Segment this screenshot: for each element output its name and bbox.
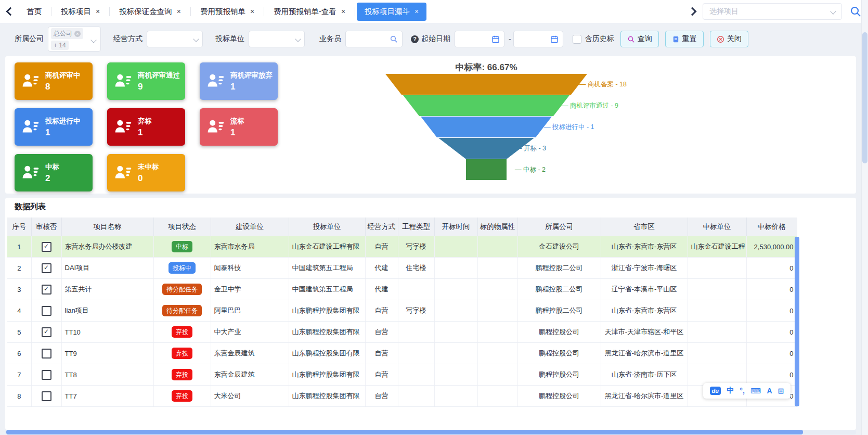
col-header-序号[interactable]: 序号 [7, 218, 31, 236]
row-checkbox[interactable] [42, 370, 51, 380]
card-label: 弃标 [138, 117, 152, 126]
stat-card-商机评审中[interactable]: 商机评审中8 [15, 62, 93, 100]
cell-name: TT9 [61, 343, 153, 364]
bid-unit-select[interactable] [249, 31, 305, 47]
tab-close-icon[interactable]: × [96, 8, 100, 15]
cell-open_time [434, 279, 477, 300]
ime-menu-grid-icon[interactable]: ⊞ [778, 387, 784, 395]
page-scrollbar-track[interactable] [861, 0, 868, 435]
start-date-input[interactable] [455, 31, 504, 47]
table-row[interactable]: 1✓东营水务局办公楼改建中标东营市水务局山东金石建设工程有限自营写字楼金石建设公… [7, 236, 797, 258]
chevron-down-icon [295, 36, 301, 42]
col-header-审核否[interactable]: 审核否 [31, 218, 61, 236]
cell-mode: 自营 [365, 386, 398, 407]
stat-card-弃标[interactable]: 弃标1 [107, 108, 185, 146]
cell-open_time [434, 386, 477, 407]
reset-button[interactable]: 重置 [665, 31, 704, 47]
table-row[interactable]: 3✓第五共计待分配任务金卫中学中国建筑第五工程局代建鹏程控股二公司辽宁省-本溪市… [7, 279, 797, 300]
mode-select[interactable] [147, 31, 203, 47]
font-style-icon[interactable]: A [767, 387, 772, 395]
card-value: 1 [45, 127, 81, 138]
tab-separator [51, 7, 51, 16]
table-row[interactable]: 4lian项目待分配任务阿里巴巴山东鹏程控股集团有限自营写字楼鹏程控股二公司山东… [7, 300, 797, 322]
status-badge: 弃投 [172, 326, 192, 338]
cell-builder: 东营金辰建筑 [211, 343, 289, 364]
tab-费用预报销单-查看[interactable]: 费用预报销单-查看× [266, 3, 353, 21]
col-header-标的物属性[interactable]: 标的物属性 [477, 218, 517, 236]
tab-投标保证金查询[interactable]: 投标保证金查询× [111, 3, 189, 21]
cell-price: 0 [746, 322, 797, 343]
table-row[interactable]: 6TT9弃投东营金辰建筑山东鹏程控股集团有限自营鹏程控股公司黑龙江省-哈尔滨市-… [7, 343, 797, 364]
row-checkbox[interactable]: ✓ [42, 285, 51, 295]
col-header-投标单位[interactable]: 投标单位 [289, 218, 365, 236]
status-badge: 待分配任务 [162, 305, 202, 316]
cell-company: 鹏程控股二公司 [517, 300, 601, 322]
tab-投标项目[interactable]: 投标项目× [53, 3, 108, 21]
row-checkbox[interactable]: ✓ [42, 263, 51, 273]
search-icon [390, 35, 398, 43]
horizontal-scrollbar-track[interactable] [5, 430, 856, 434]
col-header-中标价格[interactable]: 中标价格 [746, 218, 797, 236]
stat-card-商机评审通过[interactable]: 商机评审通过9 [107, 62, 185, 100]
col-header-开标时间[interactable]: 开标时间 [434, 218, 477, 236]
col-header-项目名称[interactable]: 项目名称 [61, 218, 153, 236]
company-select[interactable]: 总公司× + 14 [48, 27, 101, 52]
cell-win_unit [688, 258, 746, 279]
table-row[interactable]: 5✓TT10弃投中大产业山东鹏程控股集团有限自营鹏程控股公司天津市-天津市辖区-… [7, 322, 797, 343]
col-header-中标单位[interactable]: 中标单位 [688, 218, 746, 236]
tab-投标项目漏斗[interactable]: 投标项目漏斗× [357, 3, 426, 21]
cell-win_unit: 山东金石建设工程 [688, 236, 746, 258]
col-header-经营方式[interactable]: 经营方式 [365, 218, 398, 236]
stat-card-投标进行中[interactable]: 投标进行中1 [15, 108, 93, 146]
scroll-tabs-right-icon[interactable] [688, 7, 697, 16]
baidu-ime-logo[interactable]: du [710, 387, 721, 395]
table-row[interactable]: 2✓DAI项目投标中闻泰科技中国建筑第五工程局代建住宅楼鹏程控股二公司浙江省-宁… [7, 258, 797, 279]
col-header-所属公司[interactable]: 所属公司 [517, 218, 601, 236]
close-button[interactable]: 关闭 [710, 31, 748, 47]
help-icon[interactable]: ? [411, 35, 419, 43]
col-header-项目状态[interactable]: 项目状态 [153, 218, 211, 236]
tab-close-icon[interactable]: × [250, 8, 254, 15]
scroll-tabs-left-icon[interactable] [6, 7, 15, 16]
row-checkbox[interactable]: ✓ [42, 242, 51, 252]
col-header-省市区[interactable]: 省市区 [601, 218, 688, 236]
company-tags: 总公司× + 14 [51, 28, 83, 50]
stat-card-商机评审放弃[interactable]: 商机评审放弃1 [200, 62, 278, 100]
col-header-建设单位[interactable]: 建设单位 [211, 218, 289, 236]
chinese-input-mode-icon[interactable]: 中 [727, 386, 734, 395]
project-select[interactable]: 选择项目 [703, 3, 842, 20]
row-checkbox[interactable] [42, 306, 51, 316]
table-vertical-scrollbar[interactable] [795, 237, 799, 406]
search-icon [627, 35, 635, 43]
stat-card-未中标[interactable]: 未中标0 [107, 154, 185, 191]
row-checkbox[interactable]: ✓ [42, 327, 51, 337]
tab-费用预报销单[interactable]: 费用预报销单× [192, 3, 262, 21]
tab-close-icon[interactable]: × [341, 8, 345, 15]
horizontal-scrollbar-thumb[interactable] [6, 430, 803, 434]
punctuation-mode-icon[interactable]: °, [740, 387, 745, 395]
tab-首页[interactable]: 首页 [19, 3, 49, 21]
company-more-tag[interactable]: + 14 [51, 41, 69, 50]
tab-close-icon[interactable]: × [177, 8, 181, 15]
stat-card-中标[interactable]: 中标2 [15, 154, 93, 191]
end-date-input[interactable] [513, 31, 563, 47]
remove-tag-icon[interactable]: × [74, 31, 81, 37]
cell-name: DAI项目 [61, 258, 153, 279]
page-scrollbar-thumb[interactable] [862, 32, 867, 163]
stat-card-流标[interactable]: 流标1 [200, 108, 278, 146]
cell-builder: 中大产业 [211, 322, 289, 343]
cell-open_time [434, 258, 477, 279]
tab-close-icon[interactable]: × [414, 8, 419, 15]
search-button[interactable]: 查询 [620, 31, 659, 47]
table-row[interactable]: 7TT8弃投东营金辰建筑山东鹏程控股集团有限自营鹏程控股公司山东省-济南市-历下… [7, 364, 797, 386]
soft-keyboard-icon[interactable]: ⌨ [750, 387, 761, 395]
row-checkbox[interactable] [42, 391, 51, 401]
salesman-input[interactable] [345, 31, 403, 47]
company-tag[interactable]: 总公司× [51, 28, 83, 39]
cell-attr [477, 236, 517, 258]
table-row[interactable]: 8TT7弃投大米公司山东鹏程控股集团有限自营鹏程控股公司黑龙江省-哈尔滨市-道里… [7, 386, 797, 407]
col-header-工程类型[interactable]: 工程类型 [398, 218, 434, 236]
search-icon[interactable] [849, 5, 862, 18]
row-checkbox[interactable] [42, 349, 51, 359]
history-checkbox[interactable] [573, 35, 581, 44]
